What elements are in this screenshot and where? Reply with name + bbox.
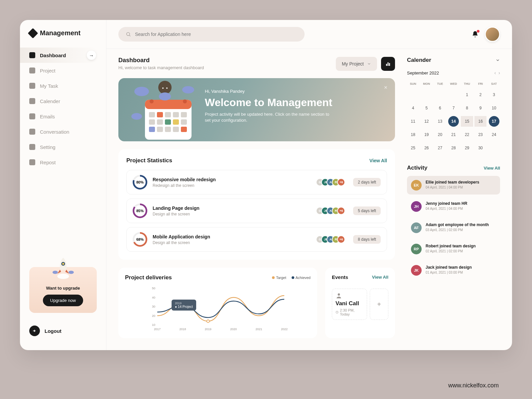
svg-rect-16 [149, 112, 155, 117]
calendar-day[interactable]: 22 [462, 129, 472, 140]
banner-description: Project activity will be updated here. C… [205, 111, 331, 123]
main: Dashboard Hi, welcome to task management… [106, 20, 512, 350]
svg-rect-6 [386, 64, 387, 66]
sidebar-item-repost[interactable]: Repost [20, 155, 106, 170]
svg-text:2020: 2020 [230, 328, 237, 331]
calendar-day[interactable]: 26 [421, 143, 432, 153]
svg-point-14 [150, 99, 154, 103]
nav-icon [29, 129, 35, 135]
statistics-view-all[interactable]: View All [369, 158, 387, 163]
calendar-day[interactable]: 20 [435, 129, 445, 140]
user-avatar[interactable] [485, 27, 500, 42]
activity-item[interactable]: JH Jenny joined team HR 04 April, 2021 |… [407, 197, 500, 216]
events-title: Events [332, 274, 348, 280]
stat-row[interactable]: 68% Mobile Application design Design all… [126, 227, 387, 252]
sidebar-item-setting[interactable]: Setting [20, 139, 106, 155]
activity-view-all[interactable]: View All [484, 166, 500, 171]
events-card: Events View All Vani Call 2:30 PM, Today [325, 268, 395, 338]
avatar-group: GJIAR+6 [319, 235, 345, 243]
svg-text:2021: 2021 [256, 328, 262, 331]
calendar-day[interactable]: 24 [489, 129, 499, 140]
activity-item[interactable]: EK Ellie joined team developers 04 April… [407, 176, 500, 195]
calendar-day[interactable]: 17 [489, 116, 499, 127]
svg-text:30: 30 [152, 305, 155, 308]
calendar-day[interactable]: 29 [462, 143, 472, 153]
sidebar-item-conversation[interactable]: Conversation [20, 124, 106, 139]
calendar-day[interactable]: 12 [421, 116, 432, 127]
calendar-day[interactable]: 21 [448, 129, 459, 140]
calendar-day[interactable]: 18 [408, 129, 418, 140]
activity-item[interactable]: RP Robert joined team design 02 April, 2… [407, 240, 500, 258]
close-button[interactable] [382, 83, 390, 91]
activity-item[interactable]: JK Jack joined team design 01 April, 202… [407, 261, 500, 280]
notification-button[interactable] [471, 31, 479, 38]
calendar-next[interactable]: › [498, 70, 500, 75]
calendar-prev[interactable]: ‹ [494, 70, 496, 75]
svg-point-11 [131, 113, 142, 120]
sidebar-item-calender[interactable]: Calender [20, 93, 106, 109]
page-subtitle: Hi, welcome to task management dashboard [118, 65, 204, 70]
calendar-illustration [125, 78, 201, 145]
calendar-day[interactable]: 25 [408, 143, 418, 153]
legend-target: Target [272, 276, 286, 280]
chart-button[interactable] [381, 57, 395, 71]
sidebar-item-project[interactable]: Project [20, 63, 106, 78]
calendar-day[interactable]: 6 [435, 103, 445, 113]
calendar-day[interactable]: 2 [475, 89, 486, 100]
calendar-day[interactable]: 28 [448, 143, 459, 153]
calendar-day[interactable]: 15 [461, 116, 473, 127]
calendar-dow: SAT [488, 80, 500, 87]
events-view-all[interactable]: View All [372, 275, 388, 280]
svg-rect-24 [173, 119, 179, 125]
calendar-day[interactable]: 3 [489, 89, 499, 100]
stat-row[interactable]: 80% Responsive mobile redesign Redesign … [126, 170, 387, 195]
close-icon [383, 85, 388, 90]
calendar-day[interactable]: 23 [475, 129, 486, 140]
calendar-day[interactable]: 19 [421, 129, 432, 140]
upgrade-button[interactable]: Upgrade now [43, 295, 83, 306]
activity-time: 03 April, 2021 | 02:00 PM [426, 228, 489, 232]
sidebar-item-emails[interactable]: Emails [20, 109, 106, 124]
sidebar-item-my-task[interactable]: My Task [20, 78, 106, 93]
calendar-day[interactable]: 14 [448, 116, 459, 127]
calendar-day[interactable]: 5 [421, 103, 432, 113]
deliveries-title: Project deliveries [125, 274, 172, 281]
event-item[interactable]: Vani Call 2:30 PM, Today [332, 289, 367, 320]
project-select[interactable]: My Project [336, 57, 377, 71]
avatar-group: GJIAR+6 [319, 207, 345, 215]
svg-point-10 [182, 86, 194, 93]
calendar-dow: TUE [434, 80, 446, 87]
welcome-banner: Hi, Vanshika Pandey Welcome to Managemen… [118, 78, 395, 141]
svg-rect-17 [157, 112, 163, 117]
add-event-button[interactable]: + [370, 289, 388, 320]
calendar-day[interactable]: 8 [462, 103, 472, 113]
calendar-day[interactable]: 27 [435, 143, 445, 153]
calendar-day[interactable]: 13 [435, 116, 445, 127]
calendar-day[interactable]: 4 [408, 103, 418, 113]
calendar-day[interactable]: 10 [489, 103, 499, 113]
stat-row[interactable]: 85% Landing Page design Design all the s… [126, 199, 387, 223]
svg-point-0 [57, 274, 69, 279]
calendar-day[interactable]: 9 [475, 103, 486, 113]
calendar-dow: THU [461, 80, 473, 87]
bell-icon [471, 31, 479, 38]
search-input[interactable] [135, 32, 297, 37]
chevron-down-icon[interactable] [495, 58, 500, 63]
svg-point-3 [53, 271, 58, 274]
calendar-day[interactable]: 16 [474, 116, 487, 127]
sidebar-item-dashboard[interactable]: Dashboard→ [20, 48, 99, 63]
calendar-day[interactable]: 1 [462, 89, 472, 100]
svg-text:40: 40 [152, 296, 155, 299]
calendar-day[interactable]: 7 [448, 103, 459, 113]
search-field[interactable] [118, 27, 305, 42]
event-time: 2:30 PM, Today [335, 308, 363, 316]
activity-item[interactable]: AF Adam got employee of the month 03 Apr… [407, 218, 500, 237]
logout-button[interactable]: Logout [20, 321, 106, 341]
calendar-day[interactable]: 30 [475, 143, 486, 153]
svg-rect-8 [389, 63, 390, 66]
clock-icon [335, 311, 338, 314]
calendar-day[interactable]: 11 [408, 116, 418, 127]
stat-title: Mobile Application design [153, 234, 313, 239]
avatar-chip: +6 [337, 235, 345, 243]
svg-text:2019: 2019 [205, 328, 211, 331]
